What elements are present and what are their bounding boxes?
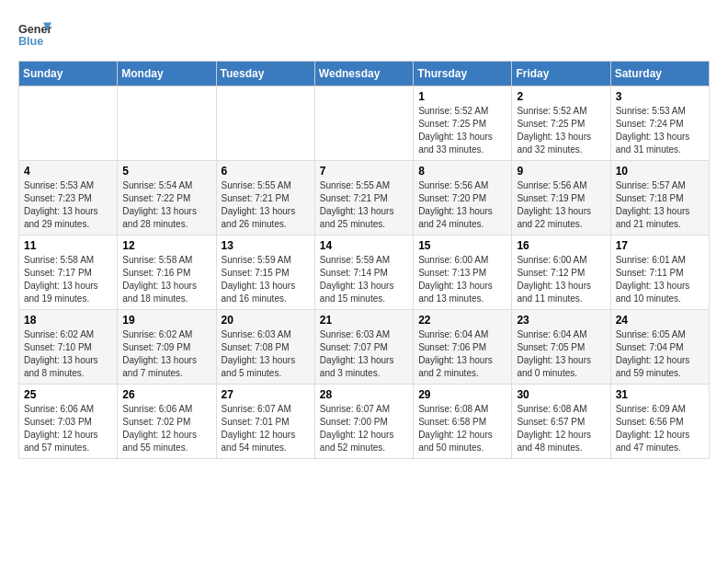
day-number: 25	[24, 388, 112, 401]
day-info: Sunrise: 6:02 AMSunset: 7:10 PMDaylight:…	[24, 328, 112, 380]
calendar-cell: 11Sunrise: 5:58 AMSunset: 7:17 PMDayligh…	[19, 236, 118, 310]
day-info: Sunrise: 6:04 AMSunset: 7:05 PMDaylight:…	[517, 328, 605, 380]
day-info: Sunrise: 5:53 AMSunset: 7:24 PMDaylight:…	[616, 105, 704, 156]
page-header: General Blue	[18, 18, 710, 52]
day-info: Sunrise: 5:55 AMSunset: 7:21 PMDaylight:…	[222, 179, 310, 231]
day-number: 10	[616, 165, 704, 178]
day-info: Sunrise: 6:06 AMSunset: 7:02 PMDaylight:…	[122, 403, 210, 454]
day-number: 15	[418, 239, 506, 252]
day-number: 9	[517, 165, 605, 178]
col-saturday: Saturday	[610, 62, 709, 86]
day-info: Sunrise: 5:56 AMSunset: 7:20 PMDaylight:…	[418, 179, 506, 231]
calendar-week-row: 11Sunrise: 5:58 AMSunset: 7:17 PMDayligh…	[19, 236, 710, 310]
calendar-cell: 22Sunrise: 6:04 AMSunset: 7:06 PMDayligh…	[414, 310, 512, 385]
day-info: Sunrise: 6:02 AMSunset: 7:09 PMDaylight:…	[122, 328, 210, 380]
day-number: 19	[122, 314, 210, 327]
calendar-cell: 5Sunrise: 5:54 AMSunset: 7:22 PMDaylight…	[118, 161, 216, 236]
calendar-cell	[314, 86, 413, 161]
day-number: 26	[122, 388, 210, 401]
calendar-cell: 30Sunrise: 6:08 AMSunset: 6:57 PMDayligh…	[512, 385, 610, 459]
day-number: 30	[517, 388, 605, 401]
calendar-cell: 20Sunrise: 6:03 AMSunset: 7:08 PMDayligh…	[216, 310, 314, 385]
day-info: Sunrise: 6:09 AMSunset: 6:56 PMDaylight:…	[616, 403, 704, 454]
calendar-cell	[216, 86, 314, 161]
calendar-cell: 12Sunrise: 5:58 AMSunset: 7:16 PMDayligh…	[118, 236, 216, 310]
day-info: Sunrise: 5:58 AMSunset: 7:16 PMDaylight:…	[122, 254, 210, 305]
calendar-cell: 29Sunrise: 6:08 AMSunset: 6:58 PMDayligh…	[414, 385, 512, 459]
calendar-cell: 9Sunrise: 5:56 AMSunset: 7:19 PMDaylight…	[512, 161, 610, 236]
day-info: Sunrise: 5:56 AMSunset: 7:19 PMDaylight:…	[517, 179, 605, 231]
calendar-cell: 14Sunrise: 5:59 AMSunset: 7:14 PMDayligh…	[314, 236, 413, 310]
calendar-cell: 1Sunrise: 5:52 AMSunset: 7:25 PMDaylight…	[414, 86, 512, 161]
calendar-cell: 27Sunrise: 6:07 AMSunset: 7:01 PMDayligh…	[216, 385, 314, 459]
day-info: Sunrise: 6:07 AMSunset: 7:01 PMDaylight:…	[222, 403, 310, 454]
day-number: 1	[418, 90, 506, 103]
day-info: Sunrise: 6:01 AMSunset: 7:11 PMDaylight:…	[616, 254, 704, 305]
calendar-week-row: 4Sunrise: 5:53 AMSunset: 7:23 PMDaylight…	[19, 161, 710, 236]
day-number: 22	[418, 314, 506, 327]
day-number: 3	[616, 90, 704, 103]
calendar-cell: 10Sunrise: 5:57 AMSunset: 7:18 PMDayligh…	[610, 161, 709, 236]
calendar-week-row: 1Sunrise: 5:52 AMSunset: 7:25 PMDaylight…	[19, 86, 710, 161]
calendar-cell: 24Sunrise: 6:05 AMSunset: 7:04 PMDayligh…	[610, 310, 709, 385]
day-number: 14	[320, 239, 408, 252]
calendar-week-row: 18Sunrise: 6:02 AMSunset: 7:10 PMDayligh…	[19, 310, 710, 385]
day-info: Sunrise: 5:53 AMSunset: 7:23 PMDaylight:…	[24, 179, 112, 231]
calendar-cell: 26Sunrise: 6:06 AMSunset: 7:02 PMDayligh…	[118, 385, 216, 459]
calendar-cell	[19, 86, 118, 161]
day-number: 6	[222, 165, 310, 178]
day-info: Sunrise: 6:05 AMSunset: 7:04 PMDaylight:…	[616, 328, 704, 380]
calendar-cell: 18Sunrise: 6:02 AMSunset: 7:10 PMDayligh…	[19, 310, 118, 385]
col-tuesday: Tuesday	[216, 62, 314, 86]
calendar-table: Sunday Monday Tuesday Wednesday Thursday…	[18, 61, 710, 459]
day-info: Sunrise: 6:08 AMSunset: 6:57 PMDaylight:…	[517, 403, 605, 454]
calendar-week-row: 25Sunrise: 6:06 AMSunset: 7:03 PMDayligh…	[19, 385, 710, 459]
col-thursday: Thursday	[414, 62, 512, 86]
day-info: Sunrise: 6:08 AMSunset: 6:58 PMDaylight:…	[418, 403, 506, 454]
calendar-cell: 31Sunrise: 6:09 AMSunset: 6:56 PMDayligh…	[610, 385, 709, 459]
calendar-header-row: Sunday Monday Tuesday Wednesday Thursday…	[19, 62, 710, 86]
calendar-cell: 2Sunrise: 5:52 AMSunset: 7:25 PMDaylight…	[512, 86, 610, 161]
col-wednesday: Wednesday	[314, 62, 413, 86]
day-number: 23	[517, 314, 605, 327]
day-info: Sunrise: 6:03 AMSunset: 7:08 PMDaylight:…	[222, 328, 310, 380]
day-info: Sunrise: 5:52 AMSunset: 7:25 PMDaylight:…	[418, 105, 506, 156]
calendar-cell: 25Sunrise: 6:06 AMSunset: 7:03 PMDayligh…	[19, 385, 118, 459]
calendar-cell: 17Sunrise: 6:01 AMSunset: 7:11 PMDayligh…	[610, 236, 709, 310]
calendar-cell: 19Sunrise: 6:02 AMSunset: 7:09 PMDayligh…	[118, 310, 216, 385]
day-number: 31	[616, 388, 704, 401]
day-number: 11	[24, 239, 112, 252]
day-number: 16	[517, 239, 605, 252]
day-info: Sunrise: 6:04 AMSunset: 7:06 PMDaylight:…	[418, 328, 506, 380]
day-number: 13	[222, 239, 310, 252]
day-info: Sunrise: 5:59 AMSunset: 7:14 PMDaylight:…	[320, 254, 408, 305]
day-number: 8	[418, 165, 506, 178]
day-info: Sunrise: 5:59 AMSunset: 7:15 PMDaylight:…	[222, 254, 310, 305]
calendar-cell: 28Sunrise: 6:07 AMSunset: 7:00 PMDayligh…	[314, 385, 413, 459]
day-number: 18	[24, 314, 112, 327]
day-number: 27	[222, 388, 310, 401]
col-monday: Monday	[118, 62, 216, 86]
calendar-cell: 15Sunrise: 6:00 AMSunset: 7:13 PMDayligh…	[414, 236, 512, 310]
svg-text:Blue: Blue	[18, 35, 43, 48]
day-number: 2	[517, 90, 605, 103]
calendar-cell: 8Sunrise: 5:56 AMSunset: 7:20 PMDaylight…	[414, 161, 512, 236]
calendar-cell: 13Sunrise: 5:59 AMSunset: 7:15 PMDayligh…	[216, 236, 314, 310]
calendar-cell: 23Sunrise: 6:04 AMSunset: 7:05 PMDayligh…	[512, 310, 610, 385]
day-number: 20	[222, 314, 310, 327]
day-info: Sunrise: 5:58 AMSunset: 7:17 PMDaylight:…	[24, 254, 112, 305]
day-info: Sunrise: 6:00 AMSunset: 7:13 PMDaylight:…	[418, 254, 506, 305]
day-number: 29	[418, 388, 506, 401]
day-number: 4	[24, 165, 112, 178]
day-info: Sunrise: 5:54 AMSunset: 7:22 PMDaylight:…	[122, 179, 210, 231]
day-number: 28	[320, 388, 408, 401]
day-info: Sunrise: 6:07 AMSunset: 7:00 PMDaylight:…	[320, 403, 408, 454]
day-number: 5	[122, 165, 210, 178]
calendar-cell: 4Sunrise: 5:53 AMSunset: 7:23 PMDaylight…	[19, 161, 118, 236]
day-info: Sunrise: 6:00 AMSunset: 7:12 PMDaylight:…	[517, 254, 605, 305]
calendar-cell: 6Sunrise: 5:55 AMSunset: 7:21 PMDaylight…	[216, 161, 314, 236]
day-info: Sunrise: 6:03 AMSunset: 7:07 PMDaylight:…	[320, 328, 408, 380]
day-info: Sunrise: 6:06 AMSunset: 7:03 PMDaylight:…	[24, 403, 112, 454]
calendar-cell: 21Sunrise: 6:03 AMSunset: 7:07 PMDayligh…	[314, 310, 413, 385]
day-number: 7	[320, 165, 408, 178]
